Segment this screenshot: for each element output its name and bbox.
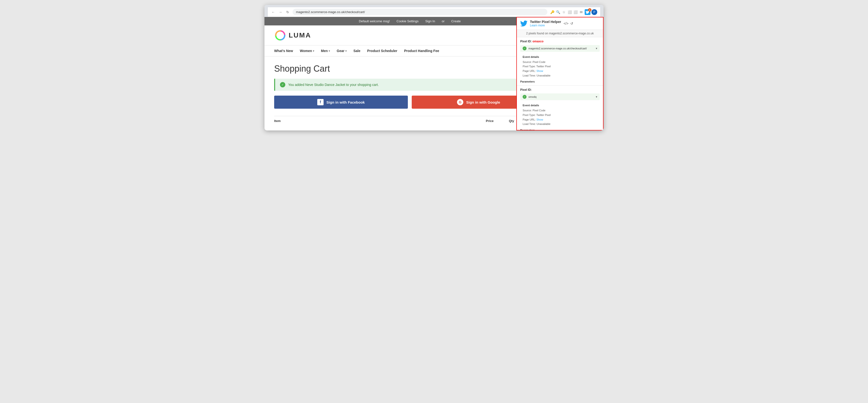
ext3-icon[interactable]: ✉	[579, 10, 584, 14]
nav-item-gear[interactable]: Gear ▾	[337, 45, 347, 56]
reload-icon[interactable]: ↻	[285, 10, 290, 14]
site-nav: What's New Women ▾ Men ▾ Gear ▾ Sale	[265, 45, 555, 57]
pixel-helper-panel: Twitter Pixel Helper Learn more </> ↺ 2 …	[516, 17, 603, 130]
pixel1-params-label: Parameters	[520, 80, 600, 83]
browser-window: ← → ↻ 🔑 🔍 ☆ ⬜ ⬜ ✉ 1 P D	[265, 5, 603, 130]
password-icon[interactable]: 🔑	[550, 10, 555, 14]
sign-in-link[interactable]: Sign In	[425, 20, 435, 23]
column-item-header: Item	[274, 119, 477, 123]
pixel1-chevron-icon: ▾	[596, 47, 597, 50]
pixel2-page-url-link[interactable]: Show	[536, 118, 543, 121]
pixel2-section: Pixel ID: ✓ omxdq ▾ Event details Source…	[517, 86, 603, 130]
facebook-button-label: Sign in with Facebook	[327, 100, 365, 104]
panel-header-icons: </> ↺	[564, 22, 573, 25]
facebook-logo-icon: f	[317, 99, 323, 105]
panel-title-area: Twitter Pixel Helper Learn more	[530, 20, 561, 27]
luma-logo-icon[interactable]	[274, 29, 286, 41]
google-button-label: Sign in with Google	[466, 100, 500, 104]
pixel2-chevron-icon: ▾	[596, 95, 597, 99]
history-icon[interactable]: ↺	[570, 22, 573, 25]
pixel1-url-row[interactable]: ✓ magento2.scommerce-mage.co.uk/checkout…	[520, 45, 600, 52]
site-content: Default welcome msg! Cookie Settings Sig…	[265, 17, 555, 130]
pixel1-url-left: ✓ magento2.scommerce-mage.co.uk/checkout…	[523, 46, 587, 51]
pixel2-event-label: Event details	[523, 103, 600, 108]
ext2-icon[interactable]: ⬜	[573, 10, 578, 14]
pixel1-url-text: magento2.scommerce-mage.co.uk/checkout/c…	[528, 47, 587, 50]
ext1-icon[interactable]: ⬜	[567, 10, 572, 14]
nav-item-sale[interactable]: Sale	[353, 45, 361, 56]
pixel1-page-url: Page URL: Show	[523, 69, 600, 73]
extension-icons: 🔑 🔍 ☆ ⬜ ⬜ ✉ 1 P	[550, 9, 597, 15]
pixel1-id-value: omaxco	[533, 40, 544, 43]
pixel1-load-time: Load Time: Unavailable	[523, 73, 600, 78]
cart-table-header: Item Price Qty Subtotal	[274, 116, 546, 126]
pixel2-url-text: omxdq	[528, 95, 536, 98]
google-logo-icon: G	[457, 99, 463, 105]
nav-item-product-handling-fee[interactable]: Product Handling Fee	[404, 45, 439, 56]
pixel2-event-details: Event details Source: Pixel Code Pixel T…	[520, 102, 600, 127]
site-logo-text[interactable]: LUMA	[289, 31, 311, 39]
pixel2-page-url: Page URL: Show	[523, 117, 600, 122]
nav-item-whats-new[interactable]: What's New	[274, 45, 293, 56]
pixel2-status-icon: ✓	[523, 95, 527, 99]
pixel1-source: Source: Pixel Code	[523, 60, 600, 64]
svg-point-0	[275, 30, 285, 40]
zoom-icon[interactable]: 🔍	[556, 10, 560, 14]
forward-icon[interactable]: →	[278, 10, 283, 14]
pixels-found-text: 2 pixels found on magento2.scommerce-mag…	[517, 30, 603, 37]
pixel1-pixel-type: Pixel Type: Twitter Pixel	[523, 64, 600, 69]
column-price-header: Price	[477, 119, 502, 123]
profile-icon[interactable]: P	[591, 9, 597, 15]
success-message: ✓ You added Neve Studio Dance Jacket to …	[274, 79, 546, 91]
pixel1-event-label: Event details	[523, 55, 600, 59]
pixel2-params-label: Parameters	[520, 129, 600, 130]
pixel2-url-left: ✓ omxdq	[523, 95, 536, 99]
pixel1-event-details: Event details Source: Pixel Code Pixel T…	[520, 54, 600, 79]
success-check-icon: ✓	[280, 82, 285, 88]
twitter-pixel-extension-icon[interactable]: 1	[585, 9, 590, 15]
panel-title: Twitter Pixel Helper	[530, 20, 561, 24]
learn-more-link[interactable]: Learn more	[530, 24, 561, 27]
browser-chrome: ← → ↻ 🔑 🔍 ☆ ⬜ ⬜ ✉ 1 P	[265, 5, 603, 17]
pixel2-url-row[interactable]: ✓ omxdq ▾	[520, 94, 600, 100]
gear-chevron-icon: ▾	[345, 49, 347, 52]
pixel1-section: Pixel ID: omaxco ✓ magento2.scommerce-ma…	[517, 37, 603, 86]
page-title: Shopping Cart	[274, 64, 546, 74]
success-message-text: You added Neve Studio Dance Jacket to yo…	[288, 83, 379, 87]
pixel1-id-label: Pixel ID: omaxco	[520, 40, 600, 43]
address-bar-row: ← → ↻ 🔑 🔍 ☆ ⬜ ⬜ ✉ 1 P	[268, 7, 600, 17]
code-icon[interactable]: </>	[564, 22, 568, 25]
site-main: Shopping Cart ✓ You added Neve Studio Da…	[265, 57, 555, 130]
create-account-link[interactable]: Create	[451, 20, 461, 23]
header-or-text: or	[442, 20, 445, 23]
nav-item-product-scheduler[interactable]: Product Scheduler	[367, 45, 397, 56]
back-icon[interactable]: ←	[271, 10, 276, 14]
pixel2-id-label: Pixel ID:	[520, 88, 600, 92]
pixel1-page-url-link[interactable]: Show	[536, 69, 543, 72]
address-bar[interactable]	[292, 9, 547, 15]
welcome-message: Default welcome msg!	[359, 20, 390, 23]
site-header-top: Default welcome msg! Cookie Settings Sig…	[265, 17, 555, 25]
nav-item-men[interactable]: Men ▾	[321, 45, 330, 56]
social-buttons: f Sign in with Facebook G Sign in with G…	[274, 96, 546, 109]
pixel2-source: Source: Pixel Code	[523, 108, 600, 113]
facebook-signin-button[interactable]: f Sign in with Facebook	[274, 96, 408, 109]
women-chevron-icon: ▾	[313, 49, 314, 52]
site-logo-area: LUMA	[265, 25, 555, 45]
nav-item-women[interactable]: Women ▾	[300, 45, 314, 56]
main-layout: Default welcome msg! Cookie Settings Sig…	[265, 17, 603, 130]
pixel1-status-icon: ✓	[523, 46, 527, 51]
bookmark-icon[interactable]: ☆	[561, 10, 566, 14]
pixel2-load-time: Load Time: Unavailable	[523, 122, 600, 126]
cookie-settings-link[interactable]: Cookie Settings	[397, 20, 418, 23]
men-chevron-icon: ▾	[329, 49, 330, 52]
extension-badge: 1	[588, 8, 591, 12]
panel-header: Twitter Pixel Helper Learn more </> ↺	[517, 18, 603, 30]
pixel2-pixel-type: Pixel Type: Twitter Pixel	[523, 113, 600, 117]
twitter-bird-icon	[520, 20, 527, 27]
